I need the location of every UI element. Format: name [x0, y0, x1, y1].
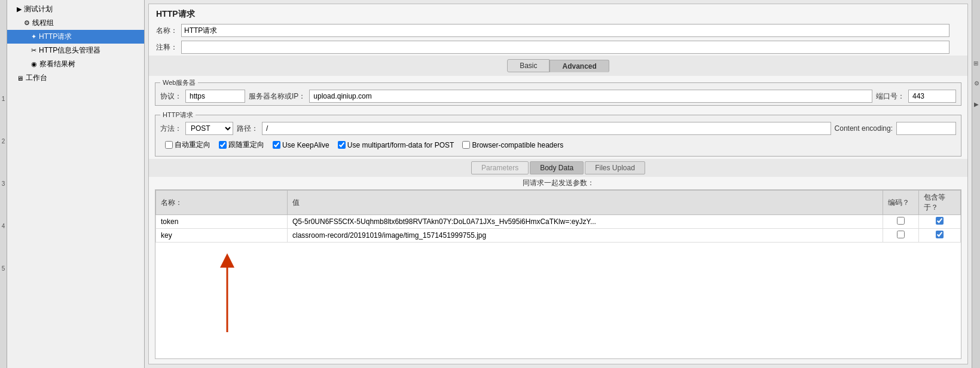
- arrow-area: [155, 243, 961, 350]
- note-input[interactable]: [181, 41, 950, 54]
- port-label: 端口号：: [876, 91, 905, 102]
- name-row: 名称：: [149, 22, 967, 39]
- auto-redirect-label: 自动重定向: [175, 140, 210, 150]
- keepalive-label: Use KeepAlive: [282, 141, 329, 149]
- sidebar-item-label: 工作台: [26, 73, 47, 83]
- browser-headers-label: Browser-compatible headers: [472, 141, 563, 149]
- sidebar-item-label: 测试计划: [24, 4, 53, 14]
- col-name-header: 名称：: [156, 191, 288, 215]
- sidebar-item-result-tree[interactable]: ◉ 察看结果树: [7, 57, 144, 71]
- protocol-label: 协议：: [160, 91, 182, 102]
- right-tab-2[interactable]: ⚙: [972, 79, 980, 88]
- sidebar-item-http-request[interactable]: ✦ HTTP请求: [7, 30, 144, 44]
- keepalive-checkbox[interactable]: Use KeepAlive: [273, 141, 329, 149]
- test-plan-icon: ▶: [17, 5, 22, 13]
- sidebar: ▶ 测试计划 ⚙ 线程组 ✦ HTTP请求 ✂ HTTP信息头管理器 ◉ 察看结…: [7, 0, 145, 368]
- right-tab-3[interactable]: ▶: [972, 100, 980, 109]
- sidebar-item-label: 察看结果树: [39, 59, 75, 69]
- sidebar-item-workbench[interactable]: 🖥 工作台: [7, 71, 144, 85]
- sidebar-item-thread-group[interactable]: ⚙ 线程组: [7, 16, 144, 30]
- note-label: 注释：: [156, 42, 178, 53]
- tab-files-upload[interactable]: Files Upload: [585, 161, 645, 174]
- row2-value: classroom-record/20191019/image/timg_157…: [288, 229, 883, 243]
- row2-encode-checkbox[interactable]: [897, 231, 905, 238]
- row2-encode[interactable]: [883, 229, 919, 243]
- path-label: 路径：: [237, 124, 258, 134]
- row1-include[interactable]: [919, 215, 961, 229]
- name-label: 名称：: [156, 26, 178, 36]
- table-row: key classroom-record/20191019/image/timg…: [156, 229, 961, 243]
- left-number-bar: 1 2 3 4 5: [0, 0, 7, 368]
- header-manager-icon: ✂: [31, 47, 36, 54]
- auto-redirect-checkbox[interactable]: 自动重定向: [165, 140, 210, 150]
- http-request-section: HTTP请求 方法： POST GET PUT DELETE 路径： Conte…: [155, 111, 961, 157]
- follow-redirect-input[interactable]: [219, 141, 227, 149]
- follow-redirect-label: 跟随重定向: [228, 140, 264, 150]
- row2-include-checkbox[interactable]: [936, 231, 944, 238]
- num-5: 5: [2, 265, 5, 272]
- tab-basic[interactable]: Basic: [507, 59, 549, 72]
- result-tree-icon: ◉: [31, 60, 37, 68]
- workbench-icon: 🖥: [17, 75, 23, 82]
- right-tabs: ⊞ ⚙ ▶: [972, 0, 980, 368]
- tab-body-data[interactable]: Body Data: [530, 161, 584, 174]
- panel-title: HTTP请求: [149, 4, 967, 22]
- sidebar-item-label: 线程组: [32, 18, 54, 28]
- right-tab-1[interactable]: ⊞: [972, 60, 980, 67]
- row1-value: Q5-5r0UN6FS5CfX-5Uqhmb8ltx6bt98RVTAkn07Y…: [288, 215, 883, 229]
- row1-include-checkbox[interactable]: [936, 217, 944, 225]
- sidebar-item-http-header-manager[interactable]: ✂ HTTP信息头管理器: [7, 44, 144, 57]
- num-1: 1: [2, 96, 5, 102]
- row2-name: key: [156, 229, 288, 243]
- server-label: 服务器名称或IP：: [249, 91, 306, 102]
- row1-encode-checkbox[interactable]: [897, 217, 905, 225]
- follow-redirect-checkbox[interactable]: 跟随重定向: [219, 140, 264, 150]
- multipart-label: Use multipart/form-data for POST: [347, 141, 454, 149]
- path-input[interactable]: [262, 122, 831, 135]
- http-request-icon: ✦: [31, 33, 36, 41]
- red-arrow-up: [191, 249, 311, 344]
- keepalive-input[interactable]: [273, 141, 280, 149]
- params-table: 名称： 值 编码？ 包含等于？ token Q5-5r0UN6FS5CfX-5U…: [155, 190, 961, 243]
- main-tab-bar: Basic Advanced: [149, 56, 967, 76]
- http-request-legend: HTTP请求: [160, 111, 196, 119]
- multipart-checkbox[interactable]: Use multipart/form-data for POST: [338, 141, 454, 149]
- row1-encode[interactable]: [883, 215, 919, 229]
- num-3: 3: [2, 180, 5, 187]
- num-2: 2: [2, 138, 5, 145]
- web-server-legend: Web服务器: [160, 78, 198, 87]
- thread-group-icon: ⚙: [24, 19, 30, 27]
- main-area: HTTP请求 名称： 注释： Basic Advanced Web服务器 协议：…: [145, 0, 972, 368]
- row2-include[interactable]: [919, 229, 961, 243]
- row1-name: token: [156, 215, 288, 229]
- name-input[interactable]: [181, 24, 950, 37]
- col-value-header: 值: [288, 191, 883, 215]
- method-select[interactable]: POST GET PUT DELETE: [185, 122, 233, 135]
- server-input[interactable]: [309, 90, 872, 103]
- browser-headers-input[interactable]: [462, 141, 470, 149]
- checkboxes-row: 自动重定向 跟随重定向 Use KeepAlive Use multipart/…: [160, 137, 956, 154]
- params-send-label: 同请求一起发送参数：: [149, 177, 967, 189]
- browser-headers-checkbox[interactable]: Browser-compatible headers: [462, 141, 563, 149]
- multipart-input[interactable]: [338, 141, 346, 149]
- tab-advanced[interactable]: Advanced: [549, 60, 609, 72]
- protocol-input[interactable]: [185, 90, 245, 103]
- col-encode-header: 编码？: [883, 191, 919, 215]
- sidebar-item-test-plan[interactable]: ▶ 测试计划: [7, 2, 144, 16]
- note-row: 注释：: [149, 39, 967, 56]
- col-include-header: 包含等于？: [919, 191, 961, 215]
- sub-tab-bar: Parameters Body Data Files Upload: [149, 159, 967, 177]
- tab-parameters[interactable]: Parameters: [471, 161, 529, 174]
- content-encoding-label: Content encoding:: [835, 124, 893, 133]
- web-server-section: Web服务器 协议： 服务器名称或IP： 端口号：: [155, 78, 961, 106]
- table-row: token Q5-5r0UN6FS5CfX-5Uqhmb8ltx6bt98RVT…: [156, 215, 961, 229]
- auto-redirect-input[interactable]: [165, 141, 173, 149]
- content-encoding-input[interactable]: [896, 122, 956, 135]
- sidebar-item-label: HTTP请求: [39, 32, 72, 42]
- sidebar-item-label: HTTP信息头管理器: [39, 45, 100, 56]
- method-label: 方法：: [160, 124, 182, 134]
- content-panel: HTTP请求 名称： 注释： Basic Advanced Web服务器 协议：…: [148, 4, 968, 364]
- params-table-container[interactable]: 名称： 值 编码？ 包含等于？ token Q5-5r0UN6FS5CfX-5U…: [155, 189, 961, 359]
- port-input[interactable]: [908, 90, 956, 103]
- num-4: 4: [2, 223, 5, 229]
